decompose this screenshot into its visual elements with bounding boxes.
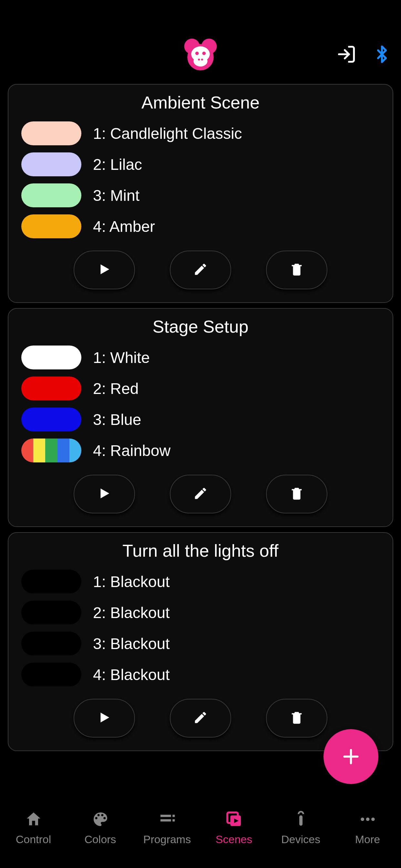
scene-row-label: 4: Rainbow bbox=[93, 442, 171, 460]
scene-row-label: 1: Candlelight Classic bbox=[93, 125, 242, 143]
scene-row[interactable]: 1: Blackout bbox=[21, 569, 380, 593]
more-icon bbox=[359, 810, 377, 829]
svg-point-7 bbox=[198, 58, 200, 60]
del-icon bbox=[289, 486, 304, 502]
play-button[interactable] bbox=[73, 251, 135, 289]
status-bar bbox=[0, 0, 401, 26]
svg-rect-22 bbox=[299, 815, 303, 826]
svg-marker-11 bbox=[101, 489, 110, 499]
edit-icon bbox=[193, 262, 208, 278]
nav-label: Devices bbox=[281, 833, 320, 846]
scene-row[interactable]: 3: Blue bbox=[21, 407, 380, 431]
colors-icon bbox=[91, 810, 110, 829]
svg-point-25 bbox=[371, 817, 374, 821]
color-swatch bbox=[21, 152, 81, 176]
scene-actions bbox=[21, 699, 380, 738]
nav-item-scenes[interactable]: Scenes bbox=[202, 810, 266, 846]
play-icon bbox=[97, 486, 112, 502]
scene-card: Turn all the lights off1: Blackout2: Bla… bbox=[8, 532, 393, 751]
del-icon bbox=[289, 710, 304, 726]
scene-row-label: 3: Mint bbox=[93, 187, 140, 205]
scene-row[interactable]: 1: Candlelight Classic bbox=[21, 121, 380, 145]
nav-label: Programs bbox=[143, 833, 191, 846]
color-swatch bbox=[21, 121, 81, 145]
nav-item-devices[interactable]: Devices bbox=[269, 810, 333, 846]
play-icon bbox=[97, 262, 112, 278]
color-swatch bbox=[21, 569, 81, 593]
edit-button[interactable] bbox=[170, 699, 231, 738]
play-button[interactable] bbox=[73, 475, 135, 514]
color-swatch bbox=[21, 345, 81, 369]
nav-item-control[interactable]: Control bbox=[1, 810, 66, 846]
scene-row[interactable]: 2: Red bbox=[21, 376, 380, 400]
svg-point-23 bbox=[361, 817, 364, 821]
scene-row[interactable]: 2: Lilac bbox=[21, 152, 380, 176]
color-swatch bbox=[21, 376, 81, 400]
scene-actions bbox=[21, 251, 380, 289]
color-swatch bbox=[21, 662, 81, 686]
svg-marker-10 bbox=[101, 265, 110, 275]
scene-row-label: 3: Blue bbox=[93, 411, 141, 429]
scene-row-label: 1: White bbox=[93, 349, 150, 367]
play-button[interactable] bbox=[73, 699, 135, 738]
scene-row[interactable]: 1: White bbox=[21, 345, 380, 369]
scenes-icon bbox=[225, 810, 243, 829]
scene-row-label: 1: Blackout bbox=[93, 573, 169, 591]
svg-point-8 bbox=[201, 58, 203, 60]
play-icon bbox=[97, 710, 112, 726]
app-header bbox=[0, 26, 401, 84]
nav-item-programs[interactable]: Programs bbox=[135, 810, 199, 846]
nav-label: Colors bbox=[84, 833, 116, 846]
nav-item-more[interactable]: More bbox=[335, 810, 400, 846]
svg-rect-16 bbox=[160, 819, 171, 822]
scene-row[interactable]: 4: Blackout bbox=[21, 662, 380, 686]
nav-label: More bbox=[355, 833, 380, 846]
edit-button[interactable] bbox=[170, 475, 231, 514]
scene-row[interactable]: 2: Blackout bbox=[21, 600, 380, 624]
scene-row-label: 2: Red bbox=[93, 380, 138, 398]
scene-row-label: 4: Blackout bbox=[93, 666, 169, 684]
scene-row-label: 2: Blackout bbox=[93, 604, 169, 622]
control-icon bbox=[25, 810, 42, 829]
scene-card: Stage Setup1: White2: Red3: Blue4: Rainb… bbox=[8, 308, 393, 527]
del-icon bbox=[289, 262, 304, 278]
color-swatch bbox=[21, 183, 81, 207]
color-swatch bbox=[21, 438, 81, 462]
app-logo-monkey bbox=[180, 34, 221, 76]
svg-marker-12 bbox=[101, 713, 110, 723]
scene-title: Ambient Scene bbox=[21, 92, 380, 113]
svg-rect-15 bbox=[160, 815, 171, 817]
svg-point-5 bbox=[195, 52, 199, 55]
nav-label: Control bbox=[16, 833, 51, 846]
edit-button[interactable] bbox=[170, 251, 231, 289]
bluetooth-icon[interactable] bbox=[373, 45, 391, 65]
scene-card: Ambient Scene1: Candlelight Classic2: Li… bbox=[8, 84, 393, 303]
scene-row-label: 4: Amber bbox=[93, 218, 155, 236]
delete-button[interactable] bbox=[266, 699, 328, 738]
programs-icon bbox=[158, 810, 176, 829]
color-swatch bbox=[21, 600, 81, 624]
svg-point-6 bbox=[202, 52, 206, 55]
edit-icon bbox=[193, 486, 208, 502]
svg-rect-18 bbox=[173, 819, 175, 822]
scenes-list: Ambient Scene1: Candlelight Classic2: Li… bbox=[0, 84, 401, 751]
scene-row[interactable]: 4: Amber bbox=[21, 214, 380, 238]
scene-row[interactable]: 3: Blackout bbox=[21, 631, 380, 655]
color-swatch bbox=[21, 631, 81, 655]
delete-button[interactable] bbox=[266, 475, 328, 514]
scene-row[interactable]: 4: Rainbow bbox=[21, 438, 380, 462]
nav-item-colors[interactable]: Colors bbox=[68, 810, 133, 846]
scene-title: Stage Setup bbox=[21, 316, 380, 337]
scene-row[interactable]: 3: Mint bbox=[21, 183, 380, 207]
scene-row-label: 2: Lilac bbox=[93, 156, 142, 174]
scene-title: Turn all the lights off bbox=[21, 540, 380, 561]
delete-button[interactable] bbox=[266, 251, 328, 289]
edit-icon bbox=[193, 710, 208, 726]
color-swatch bbox=[21, 407, 81, 431]
scene-row-label: 3: Blackout bbox=[93, 635, 169, 653]
login-icon[interactable] bbox=[336, 44, 357, 66]
scene-actions bbox=[21, 475, 380, 514]
add-scene-button[interactable] bbox=[323, 729, 378, 784]
bottom-nav: ControlColorsProgramsScenesDevicesMore bbox=[0, 800, 401, 868]
devices-icon bbox=[293, 810, 309, 829]
